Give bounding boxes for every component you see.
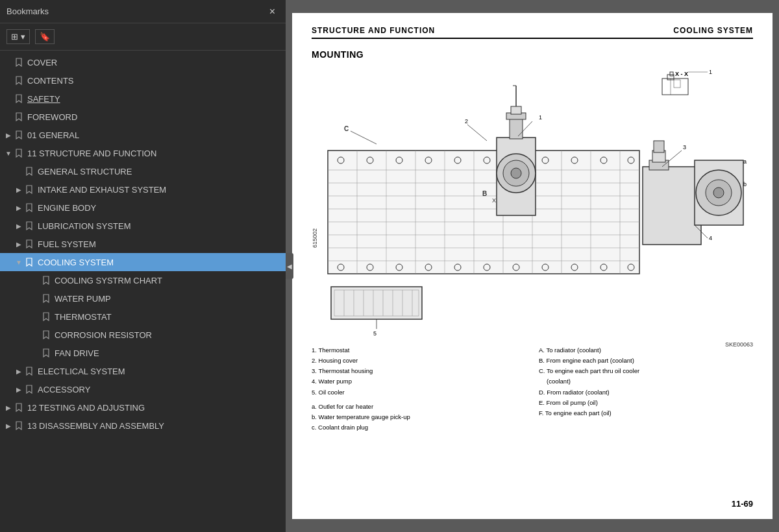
- bookmark-item-accessory[interactable]: ACCESSORY: [0, 380, 286, 398]
- section-title: MOUNTING: [312, 49, 753, 60]
- svg-text:X - X: X - X: [675, 71, 688, 77]
- legend-note-c: c. Coolant drain plug: [312, 422, 526, 433]
- bookmark-item-intake-exhaust[interactable]: INTAKE AND EXHAUST SYSTEM: [0, 180, 286, 199]
- bookmark-label-thermostat: THERMOSTAT: [55, 312, 112, 322]
- expand-arrow-cooling-system[interactable]: [14, 258, 23, 267]
- legend-item-C: C. To engine each part thru oil cooler: [539, 366, 753, 376]
- diagram-area: X - X 1 615002 A: [312, 66, 753, 339]
- bookmark-icon-12-testing: [14, 402, 23, 413]
- svg-rect-79: [331, 287, 422, 319]
- svg-text:1: 1: [709, 69, 712, 75]
- bookmark-button[interactable]: 🔖: [35, 29, 55, 44]
- bookmark-icon-safety: [14, 93, 23, 104]
- bookmark-label-cooling-system: COOLING SYSTEM: [38, 258, 114, 267]
- close-button[interactable]: ×: [266, 5, 279, 19]
- expand-arrow-engine-body[interactable]: [14, 203, 23, 212]
- expand-arrow-12-testing[interactable]: [4, 403, 13, 412]
- bookmark-item-13-disassembly[interactable]: 13 DISASSEMBLY AND ASSEMBLY: [0, 417, 286, 435]
- bookmark-item-foreword[interactable]: FOREWORD: [0, 108, 286, 126]
- document-viewer: STRUCTURE AND FUNCTION COOLING SYSTEM MO…: [286, 0, 779, 532]
- bookmark-item-12-testing[interactable]: 12 TESTING AND ADJUSTING: [0, 398, 286, 417]
- bookmark-icon-11-structure: [14, 148, 23, 158]
- bookmark-label-cover: COVER: [27, 58, 57, 67]
- bookmark-item-corrosion[interactable]: CORROSION RESISTOR: [0, 326, 286, 344]
- svg-text:2: 2: [465, 118, 468, 125]
- bookmark-icon-water-pump: [42, 293, 51, 304]
- bookmark-item-fan-drive[interactable]: FAN DRIVE: [0, 344, 286, 362]
- bookmark-item-fuel-system[interactable]: FUEL SYSTEM: [0, 235, 286, 253]
- bookmark-list: COVER CONTENTS SAFETY FOREWORD 01 GENERA…: [0, 51, 286, 532]
- bookmark-item-cooling-system[interactable]: COOLING SYSTEM: [0, 253, 286, 271]
- svg-text:3: 3: [683, 144, 686, 151]
- svg-rect-13: [328, 151, 639, 274]
- panel-title: Bookmarks: [6, 6, 49, 16]
- svg-text:a: a: [743, 158, 747, 165]
- bookmark-icon-fan-drive: [42, 348, 51, 358]
- svg-rect-1: [662, 79, 688, 95]
- svg-text:615002: 615002: [312, 228, 318, 248]
- bookmark-icon-lubrication: [25, 221, 34, 231]
- bookmark-icon-fuel-system: [25, 239, 34, 249]
- bookmark-item-general-structure[interactable]: GENERAL STRUCTURE: [0, 162, 286, 180]
- bookmark-item-contents[interactable]: CONTENTS: [0, 71, 286, 90]
- svg-line-61: [467, 125, 487, 141]
- bookmark-item-thermostat[interactable]: THERMOSTAT: [0, 308, 286, 326]
- legend-item: 5. Oil cooler: [312, 387, 526, 398]
- bookmark-item-safety[interactable]: SAFETY: [0, 90, 286, 108]
- svg-rect-5: [674, 80, 680, 88]
- bookmark-label-13-disassembly: 13 DISASSEMBLY AND ASSEMBLY: [27, 421, 164, 431]
- bookmark-icon-13-disassembly: [14, 420, 23, 431]
- legend-item: 2. Housing cover: [312, 356, 526, 366]
- bookmark-icon-general-structure: [25, 166, 34, 176]
- expand-arrow-13-disassembly[interactable]: [4, 421, 13, 430]
- bookmark-label-accessory: ACCESSORY: [38, 385, 90, 394]
- bookmark-icon-cover: [14, 57, 23, 67]
- expand-arrow-accessory[interactable]: [14, 385, 23, 394]
- technical-diagram: X - X 1 615002 A: [312, 66, 753, 339]
- svg-text:X: X: [492, 197, 496, 204]
- legend-item-E: E. From oil pump (oil): [539, 398, 753, 408]
- expand-arrow-11-structure[interactable]: [4, 149, 13, 158]
- bookmark-label-cooling-chart: COOLING SYSTRM CHART: [55, 276, 162, 285]
- bookmark-label-engine-body: ENGINE BODY: [38, 203, 96, 213]
- expand-arrow-01-general[interactable]: [4, 130, 13, 139]
- view-button[interactable]: ⊞ ▾: [6, 29, 30, 44]
- legend-item-F: F. To engine each part (oil): [539, 408, 753, 418]
- svg-rect-3: [670, 72, 673, 76]
- expand-arrow-intake-exhaust[interactable]: [14, 185, 23, 194]
- svg-text:B: B: [482, 190, 487, 197]
- bookmark-icon-accessory: [25, 384, 34, 394]
- header-chapter: COOLING SYSTEM: [673, 26, 753, 35]
- page-header: STRUCTURE AND FUNCTION COOLING SYSTEM: [312, 26, 753, 39]
- legend-item: 3. Thermostat housing: [312, 366, 526, 376]
- bookmark-item-cooling-chart[interactable]: COOLING SYSTRM CHART: [0, 271, 286, 289]
- bookmark-icon-intake-exhaust: [25, 184, 34, 195]
- bookmark-item-water-pump[interactable]: WATER PUMP: [0, 289, 286, 308]
- bookmark-item-cover[interactable]: COVER: [0, 53, 286, 71]
- bookmark-label-general-structure: GENERAL STRUCTURE: [38, 167, 132, 176]
- expand-arrow-lubrication[interactable]: [14, 221, 23, 230]
- legend-note-b: b. Water temperature gauge pick-up: [312, 412, 526, 422]
- svg-line-12: [351, 131, 377, 144]
- bookmark-label-fuel-system: FUEL SYSTEM: [38, 239, 96, 249]
- bookmark-item-11-structure[interactable]: 11 STRUCTURE AND FUNCTION: [0, 144, 286, 162]
- bookmark-label-electrical: ELECTLICAL SYSTEM: [38, 367, 125, 376]
- bookmark-item-01-general[interactable]: 01 GENERAL: [0, 126, 286, 144]
- legend-area: 1. Thermostat 2. Housing cover 3. Thermo…: [312, 345, 753, 433]
- bookmark-icon-engine-body: [25, 202, 34, 213]
- toolbar: ⊞ ▾ 🔖: [0, 23, 286, 51]
- bookmark-item-lubrication[interactable]: LUBRICATION SYSTEM: [0, 217, 286, 235]
- bookmark-icon-01-general: [14, 130, 23, 140]
- bookmark-label-lubrication: LUBRICATION SYSTEM: [38, 221, 131, 231]
- svg-text:4: 4: [709, 235, 712, 241]
- expand-arrow-electrical[interactable]: [14, 367, 23, 376]
- svg-rect-58: [510, 118, 523, 139]
- bookmark-item-engine-body[interactable]: ENGINE BODY: [0, 199, 286, 217]
- collapse-handle[interactable]: ◀: [286, 253, 293, 279]
- svg-rect-63: [643, 167, 701, 245]
- page-number: 11-69: [732, 499, 753, 509]
- bookmark-item-electrical[interactable]: ELECTLICAL SYSTEM: [0, 362, 286, 380]
- bookmark-label-safety: SAFETY: [27, 94, 60, 104]
- svg-text:5: 5: [373, 330, 377, 337]
- expand-arrow-fuel-system[interactable]: [14, 239, 23, 248]
